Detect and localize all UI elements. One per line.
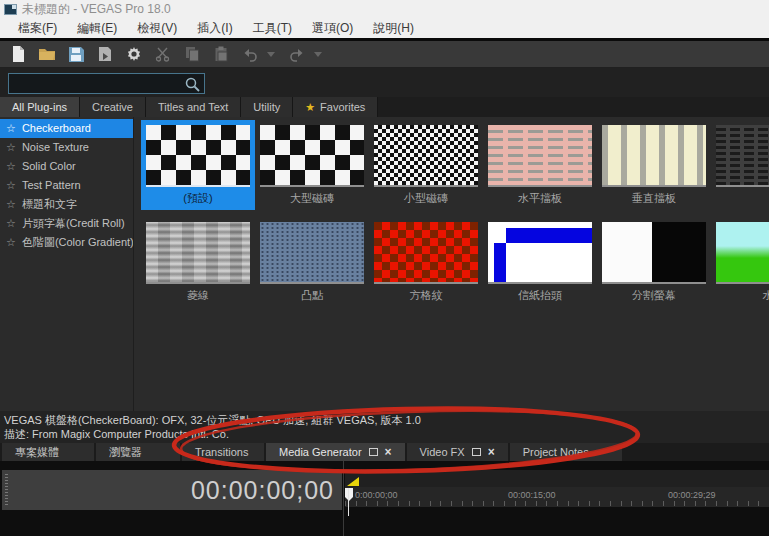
preset-large-tiles[interactable]: 大型磁磚 — [255, 120, 369, 210]
dock-tab-transitions[interactable]: Transitions — [182, 443, 264, 461]
render-as-button[interactable] — [93, 42, 117, 66]
sidebar-item-credit-roll[interactable]: ☆片頭字幕(Credit Roll) — [0, 214, 133, 233]
plugin-search-box[interactable] — [8, 73, 205, 94]
preset-horizontal-slats[interactable]: 水平擋板 — [483, 120, 597, 210]
menu-view[interactable]: 檢視(V) — [127, 18, 187, 38]
dock-tab-label: Project Notes — [523, 446, 589, 458]
preset-thumbnail[interactable] — [146, 222, 250, 284]
preset-bumps[interactable]: 凸點 — [255, 217, 369, 307]
preset-small-tiles[interactable]: 小型磁磚 — [369, 120, 483, 210]
marker-strip[interactable] — [345, 470, 769, 487]
preset-vertical-slats[interactable]: 垂直擋板 — [597, 120, 711, 210]
save-project-button[interactable] — [64, 42, 88, 66]
sidebar-item-solid-color[interactable]: ☆Solid Color — [0, 157, 133, 176]
float-window-icon[interactable] — [369, 448, 378, 456]
preset-thumbnail[interactable] — [716, 222, 769, 284]
dock-tab-label: Transitions — [195, 446, 248, 458]
sidebar-item-color-gradient[interactable]: ☆色階圖(Color Gradient) — [0, 233, 133, 252]
dock-tab-project-media[interactable]: 專案媒體 — [2, 443, 94, 461]
menubar: 檔案(F) 編輯(E) 檢視(V) 插入(I) 工具(T) 選項(O) 說明(H… — [0, 18, 769, 38]
open-project-button[interactable] — [35, 42, 59, 66]
preset-label: 大型磁磚 — [255, 191, 369, 206]
sidebar-item-checkerboard[interactable]: ☆Checkerboard — [0, 119, 133, 138]
preset-gradient[interactable]: 水 — [711, 217, 769, 307]
preset-label: 凸點 — [255, 288, 369, 303]
undo-dropdown-arrow[interactable] — [267, 52, 275, 57]
preset-thumbnail[interactable] — [146, 125, 250, 187]
media-generator-panel: ☆Checkerboard ☆Noise Texture ☆Solid Colo… — [0, 117, 769, 411]
sidebar-item-noise-texture[interactable]: ☆Noise Texture — [0, 138, 133, 157]
redo-arrow-icon — [288, 45, 306, 63]
search-icon[interactable] — [183, 75, 201, 93]
redo-dropdown-arrow[interactable] — [314, 52, 322, 57]
time-display[interactable]: 00:00:00;00 — [2, 470, 342, 510]
menu-insert[interactable]: 插入(I) — [187, 18, 242, 38]
dock-tab-explorer[interactable]: 瀏覽器 — [96, 443, 180, 461]
preset-dark-laths[interactable] — [711, 120, 769, 210]
dock-tab-project-notes[interactable]: Project Notes — [510, 443, 622, 461]
float-window-icon[interactable] — [472, 448, 481, 456]
preset-letterhead[interactable]: 信紙抬頭 — [483, 217, 597, 307]
preset-thumbnail[interactable] — [602, 125, 706, 187]
paste-button[interactable] — [209, 42, 233, 66]
drag-grip-icon[interactable] — [5, 474, 8, 506]
sidebar-item-test-pattern[interactable]: ☆Test Pattern — [0, 176, 133, 195]
preset-thumbnail[interactable] — [716, 125, 769, 187]
undo-button[interactable] — [238, 42, 262, 66]
menu-file[interactable]: 檔案(F) — [8, 18, 67, 38]
preset-thumbnail[interactable] — [488, 222, 592, 284]
window-title: 未標題的 - VEGAS Pro 18.0 — [22, 1, 171, 18]
search-input[interactable] — [9, 77, 183, 91]
preset-thumbnail[interactable] — [374, 222, 478, 284]
menu-tools[interactable]: 工具(T) — [243, 18, 302, 38]
plugin-category-tabs: All Plug-ins Creative Titles and Text Ut… — [0, 97, 769, 117]
menu-options[interactable]: 選項(O) — [302, 18, 363, 38]
favorite-star-icon[interactable]: ☆ — [6, 233, 16, 252]
sidebar-item-titles-text[interactable]: ☆標題和文字 — [0, 195, 133, 214]
close-icon[interactable]: × — [385, 447, 392, 457]
preset-label: 水 — [711, 288, 769, 303]
preset-split-screen[interactable]: 分割螢幕 — [597, 217, 711, 307]
preset-thumbnail[interactable] — [374, 125, 478, 187]
preset-gingham[interactable]: 方格紋 — [369, 217, 483, 307]
project-properties-button[interactable] — [122, 42, 146, 66]
ruler-label: 00:00:15;00 — [508, 490, 556, 500]
sidebar-item-label: 片頭字幕(Credit Roll) — [22, 214, 125, 233]
current-timecode[interactable]: 00:00:00;00 — [191, 476, 334, 505]
timeline-ruler[interactable]: 0:00:00;00 00:00:15;00 00:00:29;29 — [345, 470, 769, 507]
preset-label: 分割螢幕 — [597, 288, 711, 303]
favorite-star-icon[interactable]: ☆ — [6, 195, 16, 214]
menu-help[interactable]: 說明(H) — [363, 18, 424, 38]
favorite-star-icon[interactable]: ☆ — [6, 214, 16, 233]
tab-all-plugins[interactable]: All Plug-ins — [0, 97, 80, 117]
copy-button[interactable] — [180, 42, 204, 66]
preset-default[interactable]: (預設) — [141, 120, 255, 210]
tab-creative[interactable]: Creative — [80, 97, 146, 117]
tab-utility[interactable]: Utility — [241, 97, 293, 117]
preset-thumbnail[interactable] — [602, 222, 706, 284]
gear-icon — [125, 45, 143, 63]
tab-favorites[interactable]: ★Favorites — [293, 97, 378, 117]
dock-tab-video-fx[interactable]: Video FX × — [407, 443, 508, 461]
plugin-description: VEGAS 棋盤格(CheckerBoard): OFX, 32-位元浮點, G… — [0, 411, 769, 443]
new-project-button[interactable] — [6, 42, 30, 66]
close-icon[interactable]: × — [488, 447, 495, 457]
preset-label: 信紙抬頭 — [483, 288, 597, 303]
sidebar-item-label: Checkerboard — [22, 119, 91, 138]
preset-thumbnail[interactable] — [260, 222, 364, 284]
favorite-star-icon[interactable]: ☆ — [6, 157, 16, 176]
favorite-star-icon[interactable]: ☆ — [6, 176, 16, 195]
ruler-label: 0:00:00;00 — [355, 490, 398, 500]
favorite-star-icon[interactable]: ☆ — [6, 138, 16, 157]
plugin-info-line1: VEGAS 棋盤格(CheckerBoard): OFX, 32-位元浮點, G… — [4, 413, 769, 427]
cut-button[interactable] — [151, 42, 175, 66]
menu-edit[interactable]: 編輯(E) — [67, 18, 127, 38]
preset-thumbnail[interactable] — [488, 125, 592, 187]
favorite-star-icon[interactable]: ☆ — [6, 119, 16, 138]
dock-tab-media-generator[interactable]: Media Generator × — [266, 443, 405, 461]
redo-button[interactable] — [285, 42, 309, 66]
playhead-icon[interactable] — [345, 488, 353, 501]
tab-titles-and-text[interactable]: Titles and Text — [146, 97, 241, 117]
preset-thumbnail[interactable] — [260, 125, 364, 187]
preset-laths[interactable]: 菱線 — [141, 217, 255, 307]
